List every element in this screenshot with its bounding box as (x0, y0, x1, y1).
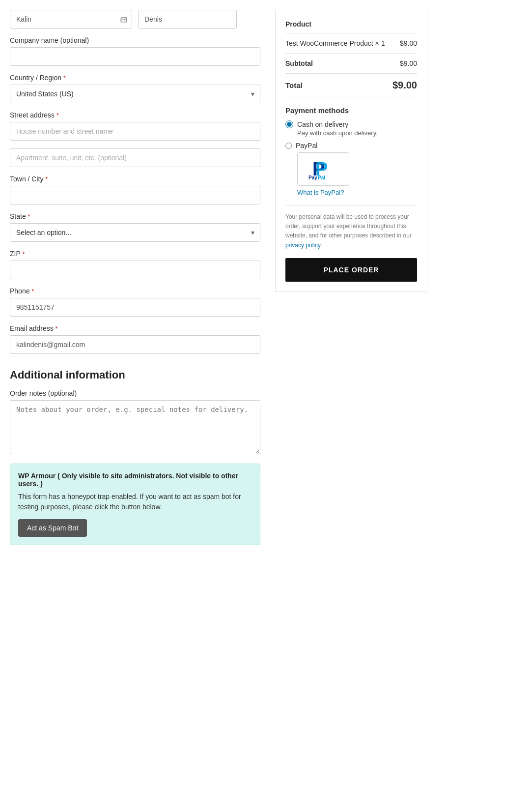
first-name-wrapper: Kalin ▢ (10, 10, 132, 29)
email-input[interactable]: kalindenis@gmail.com (10, 335, 260, 354)
state-label: State * (10, 212, 260, 220)
phone-required: * (31, 288, 34, 295)
zip-required: * (22, 251, 25, 258)
billing-form: Kalin ▢ Denis Company name (optional) Co… (10, 10, 260, 545)
cod-radio[interactable] (285, 120, 293, 128)
subtotal-value: $9.00 (391, 54, 417, 74)
wp-armour-description: This form has a honeypot trap enabled. I… (18, 492, 252, 512)
state-select-wrapper: Select an option... (10, 223, 260, 242)
town-input[interactable] (10, 186, 260, 204)
privacy-policy-link[interactable]: privacy policy (285, 242, 320, 249)
name-row: Kalin ▢ Denis (10, 10, 260, 29)
street-input[interactable] (10, 122, 260, 141)
state-select[interactable]: Select an option... (10, 223, 260, 242)
person-icon: ▢ (120, 15, 127, 24)
town-label: Town / City * (10, 175, 260, 183)
state-field-group: State * Select an option... (10, 212, 260, 242)
additional-info-section: Additional information Order notes (opti… (10, 369, 260, 545)
wp-armour-notice: WP Armour ( Only visible to site adminis… (18, 472, 252, 488)
wp-armour-box: WP Armour ( Only visible to site adminis… (10, 464, 260, 545)
order-notes-input[interactable] (10, 400, 260, 454)
order-notes-label: Order notes (optional) (10, 389, 260, 397)
country-field-group: Country / Region * United States (US) Ca… (10, 74, 260, 103)
email-field-group: Email address * kalindenis@gmail.com (10, 324, 260, 354)
paypal-logo-box: P P Pay Pal (297, 152, 349, 186)
zip-field-group: ZIP * (10, 250, 260, 279)
zip-label: ZIP * (10, 250, 260, 258)
product-col-header: Product (285, 20, 391, 33)
street-label: Street address * (10, 111, 260, 119)
town-field-group: Town / City * (10, 175, 260, 204)
street2-input[interactable] (10, 148, 260, 167)
product-name: Test WooCommerce Product × 1 (285, 33, 391, 54)
spam-bot-button[interactable]: Act as Spam Bot (18, 519, 87, 537)
payment-methods-heading: Payment methods (285, 106, 417, 115)
cod-label[interactable]: Cash on delivery (285, 120, 417, 128)
paypal-option: PayPal P P Pay Pal (285, 142, 417, 196)
payment-methods-section: Payment methods Cash on delivery Pay wit… (285, 106, 417, 196)
paypal-radio[interactable] (285, 143, 292, 149)
last-name-wrapper: Denis (138, 10, 260, 29)
street-field-group: Street address * (10, 111, 260, 167)
privacy-notice: Your personal data will be used to proce… (285, 205, 417, 250)
total-row: Total $9.00 (285, 74, 417, 97)
subtotal-row: Subtotal $9.00 (285, 54, 417, 74)
privacy-text-end: . (320, 242, 322, 249)
phone-input[interactable]: 9851151757 (10, 298, 260, 317)
country-label: Country / Region * (10, 74, 260, 82)
order-notes-field-group: Order notes (optional) (10, 389, 260, 456)
phone-label: Phone * (10, 287, 260, 295)
company-input[interactable] (10, 47, 260, 66)
place-order-button[interactable]: PLACE ORDER (285, 258, 417, 282)
first-name-input[interactable]: Kalin (10, 10, 132, 29)
total-label: Total (285, 74, 391, 97)
country-select-wrapper: United States (US) Canada United Kingdom (10, 85, 260, 103)
product-row: Test WooCommerce Product × 1 $9.00 (285, 33, 417, 54)
company-label: Company name (optional) (10, 36, 260, 44)
svg-text:Pay: Pay (308, 175, 317, 180)
additional-info-heading: Additional information (10, 369, 260, 381)
phone-field-group: Phone * 9851151757 (10, 287, 260, 317)
country-select[interactable]: United States (US) Canada United Kingdom (10, 85, 260, 103)
subtotal-label: Subtotal (285, 54, 391, 74)
town-required: * (45, 176, 48, 183)
cod-description: Pay with cash upon delivery. (297, 129, 417, 137)
product-price: $9.00 (391, 33, 417, 54)
email-required: * (56, 325, 58, 332)
street-required: * (56, 112, 59, 119)
privacy-text: Your personal data will be used to proce… (285, 213, 412, 239)
order-summary: Product Test WooCommerce Product × 1 $9.… (275, 10, 427, 292)
what-is-paypal-link[interactable]: What is PayPal? (297, 189, 417, 196)
paypal-logo-container: P P Pay Pal (297, 152, 417, 186)
country-required: * (63, 75, 66, 82)
company-field-group: Company name (optional) (10, 36, 260, 66)
state-required: * (28, 213, 30, 220)
order-table: Product Test WooCommerce Product × 1 $9.… (285, 20, 417, 97)
svg-text:Pal: Pal (318, 175, 325, 180)
zip-input[interactable] (10, 261, 260, 279)
email-label: Email address * (10, 324, 260, 332)
paypal-logo-svg: P P Pay Pal (304, 157, 343, 181)
price-col-header (391, 20, 417, 33)
total-value: $9.00 (391, 74, 417, 97)
paypal-label[interactable]: PayPal (285, 142, 417, 149)
last-name-input[interactable]: Denis (138, 10, 237, 29)
cod-option: Cash on delivery Pay with cash upon deli… (285, 120, 417, 137)
